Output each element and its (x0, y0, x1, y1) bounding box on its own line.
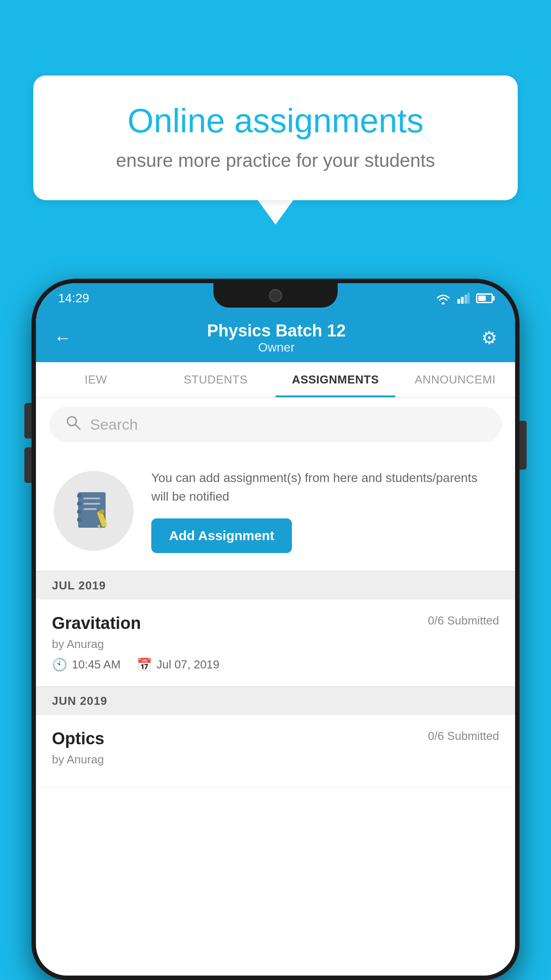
speech-bubble-arrow (258, 200, 293, 225)
assignment-row-top: Gravitation 0/6 Submitted (52, 614, 499, 633)
svg-rect-11 (83, 498, 100, 499)
add-assignment-button[interactable]: Add Assignment (151, 518, 292, 553)
svg-rect-9 (77, 510, 82, 514)
phone-frame: 14:29 (31, 279, 520, 980)
assignment-submitted-gravitation: 0/6 Submitted (428, 614, 499, 628)
promo-description: You can add assignment(s) from here and … (151, 469, 497, 506)
section-jul-2019: JUL 2019 (36, 571, 515, 600)
promo-content: You can add assignment(s) from here and … (151, 469, 497, 553)
svg-rect-0 (457, 299, 460, 304)
assignment-name-optics: Optics (52, 729, 104, 748)
back-button[interactable]: ← (54, 328, 71, 348)
speech-bubble-subtitle: ensure more practice for your students (64, 150, 487, 171)
tab-iew[interactable]: IEW (36, 362, 156, 397)
screen-content: Search (36, 398, 515, 787)
assignment-by-optics: by Anurag (52, 753, 499, 767)
speech-bubble-container: Online assignments ensure more practice … (33, 75, 518, 225)
tabs-bar: IEW STUDENTS ASSIGNMENTS ANNOUNCEMI (36, 362, 515, 398)
battery-icon (476, 293, 493, 303)
speech-bubble: Online assignments ensure more practice … (33, 75, 518, 200)
assignment-item-gravitation[interactable]: Gravitation 0/6 Submitted by Anurag 🕙 10… (36, 600, 515, 687)
status-icons (435, 292, 493, 304)
promo-icon-circle (54, 471, 134, 551)
assignment-date: Jul 07, 2019 (157, 658, 220, 672)
speech-bubble-title: Online assignments (64, 102, 487, 139)
header-title-area: Physics Batch 12 Owner (207, 321, 346, 355)
svg-rect-8 (77, 502, 82, 506)
phone-screen: 14:29 (36, 283, 515, 976)
svg-rect-12 (83, 503, 100, 505)
section-jun-2019: JUN 2019 (36, 687, 515, 715)
notebook-icon (74, 489, 114, 533)
calendar-icon: 📅 (137, 657, 152, 672)
power-button (520, 421, 527, 470)
search-container: Search (36, 398, 515, 451)
front-camera (269, 289, 282, 302)
app-header: ← Physics Batch 12 Owner ⚙ (36, 313, 515, 362)
tab-assignments[interactable]: ASSIGNMENTS (276, 362, 395, 397)
svg-rect-1 (461, 297, 464, 304)
search-icon (65, 415, 81, 435)
settings-button[interactable]: ⚙ (481, 328, 497, 348)
status-time: 14:29 (58, 291, 89, 305)
assignment-item-optics[interactable]: Optics 0/6 Submitted by Anurag (36, 715, 515, 787)
assignment-meta-gravitation: 🕙 10:45 AM 📅 Jul 07, 2019 (52, 657, 499, 672)
promo-card: You can add assignment(s) from here and … (36, 451, 515, 571)
assignment-time: 10:45 AM (72, 658, 121, 672)
clock-icon: 🕙 (52, 657, 67, 672)
assignment-by-gravitation: by Anurag (52, 637, 499, 651)
assignment-submitted-optics: 0/6 Submitted (428, 729, 499, 743)
svg-line-5 (75, 425, 80, 429)
svg-rect-7 (77, 494, 82, 498)
svg-rect-2 (464, 295, 467, 304)
signal-icon (457, 293, 470, 304)
svg-rect-13 (83, 508, 97, 510)
svg-rect-10 (77, 518, 82, 522)
search-placeholder: Search (90, 416, 138, 433)
volume-up-button (24, 403, 31, 439)
header-subtitle: Owner (207, 340, 346, 355)
svg-rect-3 (467, 293, 470, 304)
wifi-icon (435, 292, 451, 304)
phone-notch (213, 283, 338, 308)
assignment-row-top-optics: Optics 0/6 Submitted (52, 729, 499, 748)
tab-students[interactable]: STUDENTS (156, 362, 276, 397)
assignment-time-meta: 🕙 10:45 AM (52, 657, 121, 672)
assignment-name-gravitation: Gravitation (52, 614, 141, 633)
search-bar[interactable]: Search (49, 407, 502, 442)
assignment-date-meta: 📅 Jul 07, 2019 (137, 657, 220, 672)
header-title: Physics Batch 12 (207, 321, 346, 340)
tab-announcements[interactable]: ANNOUNCEMI (395, 362, 515, 397)
volume-down-button (24, 447, 31, 483)
